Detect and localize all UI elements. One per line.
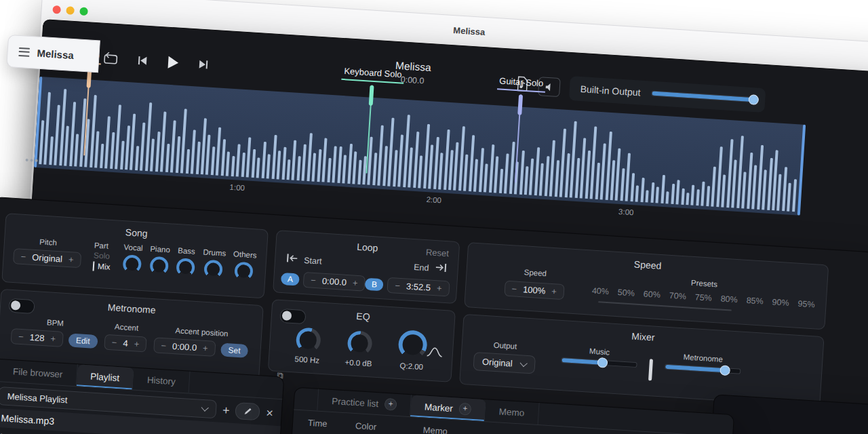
loop-b-value: 3:52.5 [406, 281, 431, 292]
close-window-button[interactable] [52, 5, 61, 14]
playlist-select-value: Melissa Playlist [7, 391, 68, 406]
minimize-window-button[interactable] [66, 6, 75, 15]
speed-presets: 40%50%60%70%75%80%85%90%95% [591, 286, 815, 310]
knob-label: Others [233, 250, 257, 259]
bpm-edit-button[interactable]: Edit [68, 333, 98, 349]
speed-preset[interactable]: 95% [797, 299, 815, 310]
knob-dial[interactable] [347, 330, 372, 356]
tab-history[interactable]: History [133, 368, 191, 393]
menu-icon[interactable] [18, 47, 30, 56]
pitch-minus-button[interactable]: − [20, 252, 26, 262]
knob-dial[interactable] [123, 254, 142, 274]
window-controls [52, 5, 88, 16]
music-volume-slider[interactable] [561, 357, 637, 368]
accent-minus-button[interactable]: − [111, 337, 117, 347]
knob-dial[interactable] [398, 330, 429, 360]
knob-label: Drums [203, 248, 226, 258]
accent-value: 4 [123, 338, 128, 348]
output-device-name[interactable]: Built-in Output [580, 83, 641, 98]
light-window-fragment: Melissa [6, 35, 100, 73]
accent-plus-button[interactable]: + [134, 338, 140, 349]
marker-label: Guitar Solo [496, 75, 545, 92]
knob-dial[interactable] [149, 256, 169, 276]
tab-memo[interactable]: Memo [485, 399, 539, 425]
speed-block: Speed − 100% + [476, 265, 593, 302]
accent-position-label: Accent position [175, 326, 229, 338]
knob-dial[interactable] [234, 262, 254, 281]
knob-label: Vocal [123, 243, 143, 252]
loop-a-plus-button[interactable]: + [353, 278, 359, 288]
speed-stepper: − 100% + [504, 281, 565, 300]
part-block: Part Solo Mix [93, 241, 112, 272]
part-option-solo[interactable]: Solo [94, 250, 112, 261]
knob-dial[interactable] [295, 327, 321, 353]
speed-preset[interactable]: 85% [746, 296, 764, 307]
bpm-plus-button[interactable]: + [50, 334, 56, 344]
add-playlist-button[interactable]: + [222, 403, 230, 416]
mixer-panel: Mixer Output Original Music [459, 314, 825, 407]
tab-playlist[interactable]: Playlist [76, 364, 134, 389]
waveform-marker[interactable]: Keyboard Solo [367, 68, 374, 174]
remove-playlist-button[interactable]: × [266, 406, 274, 419]
loop-b-plus-button[interactable]: + [437, 283, 443, 293]
pitch-stepper: − Original + [13, 248, 81, 268]
part-option-mix[interactable]: Mix [93, 261, 111, 272]
bpm-minus-button[interactable]: − [18, 332, 24, 342]
metronome-slider-knob[interactable] [719, 365, 730, 376]
loop-start-group: Start [286, 253, 322, 267]
metronome-volume-slider[interactable] [665, 364, 741, 374]
pencil-icon [243, 407, 253, 416]
loop-reset-button[interactable]: Reset [426, 247, 450, 258]
output-block: Output Original [473, 340, 536, 374]
loop-a-badge[interactable]: A [281, 272, 300, 285]
speed-value: 100% [523, 284, 546, 296]
knob-block: +0.0 dB [344, 330, 374, 368]
loop-a-value: 0:00.0 [321, 276, 347, 288]
timeline-tick-label: 1:00 [229, 183, 245, 192]
zoom-window-button[interactable] [79, 7, 88, 16]
volume-slider-knob[interactable] [748, 94, 759, 105]
presets-label: Presets [691, 279, 718, 288]
speed-preset[interactable]: 70% [669, 291, 686, 302]
knob-block: Drums [201, 248, 226, 279]
knob-label: 500 Hz [294, 355, 319, 364]
speed-preset[interactable]: 80% [720, 294, 738, 305]
mixer-divider-handle[interactable] [648, 359, 653, 380]
pitch-block: Pitch − Original + [13, 236, 82, 268]
skip-to-start-icon[interactable] [286, 253, 299, 265]
knob-dial[interactable] [203, 260, 223, 279]
speed-plus-button[interactable]: + [551, 286, 557, 296]
accent-position-minus-button[interactable]: − [161, 340, 167, 351]
volume-slider[interactable] [651, 91, 754, 103]
pitch-plus-button[interactable]: + [68, 254, 74, 264]
mixer-output-label: Output [493, 341, 517, 351]
loop-panel: Loop Reset Start End [273, 230, 460, 304]
metronome-toggle[interactable] [8, 298, 35, 314]
music-slider-knob[interactable] [597, 357, 608, 368]
add-practice-list-button[interactable]: + [384, 398, 397, 411]
loop-a-stepper: − 0:00.0 + [303, 272, 366, 292]
speed-preset[interactable]: 90% [772, 297, 789, 308]
eq-toggle[interactable] [279, 309, 306, 324]
skip-to-end-icon[interactable] [434, 262, 447, 275]
add-marker-button[interactable]: + [458, 403, 471, 416]
speed-preset[interactable]: 75% [694, 292, 712, 303]
loop-b-minus-button[interactable]: − [395, 280, 401, 290]
accent-position-plus-button[interactable]: + [203, 343, 209, 353]
output-dropdown[interactable]: Original [473, 352, 535, 374]
speed-preset[interactable]: 50% [617, 288, 635, 298]
music-slider-fill [561, 358, 603, 365]
music-volume-block: Music [561, 345, 637, 368]
knob-dial[interactable] [176, 258, 195, 277]
metronome-slider-fill [665, 365, 725, 373]
loop-a-minus-button[interactable]: − [311, 275, 317, 285]
speed-preset[interactable]: 40% [591, 286, 609, 297]
accent-stepper: − 4 + [104, 334, 147, 353]
accent-position-set-button[interactable]: Set [220, 342, 248, 357]
edit-playlist-button[interactable] [235, 402, 260, 420]
bell-curve-icon[interactable] [426, 347, 443, 361]
loop-b-badge[interactable]: B [365, 277, 384, 291]
speed-minus-button[interactable]: − [511, 283, 517, 294]
tab-marker[interactable]: Marker+ [410, 395, 486, 421]
speed-preset[interactable]: 60% [643, 289, 660, 300]
